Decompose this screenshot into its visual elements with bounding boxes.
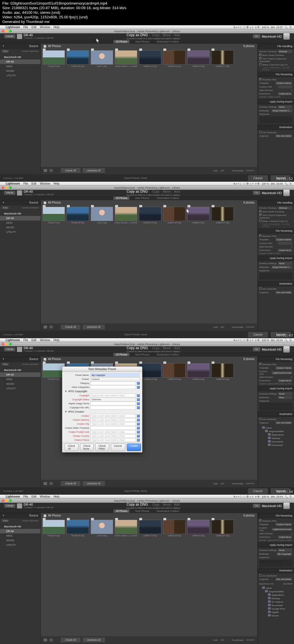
source-dr40[interactable]: DR-40: [0, 529, 40, 533]
thumbnail[interactable]: [91, 520, 113, 534]
tree-item[interactable]: Users: [259, 586, 293, 590]
grid-view-icon[interactable]: [44, 169, 47, 172]
thumbnail[interactable]: [163, 50, 185, 65]
copy-as-dng[interactable]: Copy as DNG: [127, 33, 148, 37]
thumbnail[interactable]: [42, 363, 65, 378]
mac-menubar[interactable]: Lightroom File Edit Window Help ⇧ ⌘ ◉ ⬚ …: [0, 495, 294, 499]
thumb-size-slider[interactable]: [246, 170, 254, 171]
thumbnail[interactable]: [42, 50, 65, 65]
thumbnail[interactable]: [163, 363, 185, 378]
thumbnail[interactable]: [67, 520, 89, 534]
thumbnail[interactable]: [211, 207, 234, 221]
thumbnail[interactable]: [139, 50, 161, 65]
menubar-icons[interactable]: ⇧ ⌘ ◉ ⬚ ⬚ ✻ ⊙ ᯤ ◐ ❖: [233, 495, 260, 498]
thumbnail[interactable]: [187, 363, 210, 378]
thumbnail[interactable]: [42, 520, 65, 534]
thumbnail[interactable]: [211, 520, 234, 534]
source-dr40[interactable]: DR-40: [0, 372, 40, 377]
from-button[interactable]: FROM: [4, 191, 15, 195]
menu-icon[interactable]: ☰: [289, 182, 292, 185]
thumbnail[interactable]: [211, 363, 234, 378]
from-button[interactable]: FROM: [4, 34, 15, 38]
menu-icon[interactable]: ☰: [289, 495, 292, 498]
thumbnail[interactable]: [115, 50, 137, 65]
thumbnail[interactable]: [115, 207, 137, 221]
check-all-button[interactable]: Check All: [61, 168, 80, 173]
preset-name-input[interactable]: [90, 373, 140, 377]
thumbnail[interactable]: [187, 207, 210, 221]
mac-menubar[interactable]: Lightroom File Edit Window Help ⇧ ⌘ ◉ ⬚ …: [0, 338, 294, 342]
copy-as-dng[interactable]: Copy as DNG: [127, 346, 148, 350]
spotlight-icon[interactable]: 🔍: [285, 26, 288, 29]
spotlight-icon[interactable]: 🔍: [285, 182, 288, 185]
menu-icon[interactable]: ☰: [289, 339, 292, 342]
keywords-input[interactable]: [259, 403, 292, 410]
menubar-icons[interactable]: ⇧ ⌘ ◉ ⬚ ⬚ ✻ ⊙ ᯤ ◐ ❖: [233, 26, 260, 29]
to-button[interactable]: TO: [253, 504, 260, 508]
thumbnail[interactable]: [42, 207, 65, 221]
keywords-input[interactable]: [259, 116, 292, 123]
thumbnail[interactable]: [67, 207, 89, 221]
tree-item[interactable]: Movies: [259, 614, 293, 617]
app-name[interactable]: Lightroom: [6, 495, 20, 498]
app-name[interactable]: Lightroom: [6, 182, 20, 185]
thumbnail[interactable]: [91, 50, 113, 65]
tree-item[interactable]: Documents: [259, 600, 293, 604]
mac-menubar[interactable]: Lightroom File Edit Window Help ⇧ ⌘ ◉ ⬚ …: [0, 182, 294, 186]
modal-check-none[interactable]: Check None: [80, 444, 94, 451]
app-name[interactable]: Lightroom: [6, 339, 20, 342]
thumb-size-slider[interactable]: [246, 483, 254, 484]
thumbnail[interactable]: [115, 520, 137, 534]
to-button[interactable]: TO: [253, 34, 260, 38]
thumbnail[interactable]: [187, 50, 210, 65]
loupe-view-icon[interactable]: [49, 169, 53, 172]
loupe-view-icon[interactable]: [49, 639, 53, 641]
tree-item[interactable]: sergeramelli04: [259, 590, 293, 593]
grid-view-icon[interactable]: [44, 639, 47, 641]
tree-item[interactable]: Desktop: [259, 597, 293, 600]
grid-view-icon[interactable]: [44, 482, 47, 485]
app-name[interactable]: Lightroom: [6, 26, 20, 29]
mac-menubar[interactable]: Lightroom File Edit Window Help ⇧ ⌘ ◉ ⬚ …: [0, 25, 294, 29]
menu-icon[interactable]: ☰: [289, 26, 292, 29]
keywords-input[interactable]: [259, 273, 292, 280]
to-button[interactable]: TO: [253, 347, 260, 351]
copy-as-dng[interactable]: Copy as DNG: [127, 189, 148, 194]
menubar-icons[interactable]: ⇧ ⌘ ◉ ⬚ ⬚ ✻ ⊙ ᯤ ◐ ❖: [233, 182, 260, 185]
tree-item[interactable]: Google Drive: [259, 607, 293, 610]
loupe-view-icon[interactable]: [49, 482, 53, 485]
cancel-button[interactable]: Cancel: [248, 175, 268, 181]
keywords-input[interactable]: lightroom 5 course: [259, 560, 292, 566]
uncheck-all-button[interactable]: Uncheck All: [83, 325, 105, 329]
from-button[interactable]: FROM: [4, 347, 15, 351]
cancel-button[interactable]: Cancel: [248, 488, 268, 494]
thumb-size-slider[interactable]: [246, 326, 254, 328]
tree-item[interactable]: Downloads: [259, 604, 293, 607]
tree-item[interactable]: Applications: [259, 593, 293, 597]
check-all-button[interactable]: Check All: [61, 638, 80, 642]
grid-view-icon[interactable]: [44, 326, 47, 328]
source-dr40[interactable]: DR-40: [0, 59, 40, 64]
from-button[interactable]: FROM: [4, 504, 15, 508]
check-all-button[interactable]: Check All: [61, 481, 80, 486]
thumbnail[interactable]: [163, 520, 185, 534]
uncheck-all-button[interactable]: Uncheck All: [83, 638, 105, 642]
modal-check-all[interactable]: Check All: [65, 444, 78, 451]
menubar-icons[interactable]: ⇧ ⌘ ◉ ⬚ ⬚ ✻ ⊙ ᯤ ◐ ❖: [233, 339, 260, 342]
spotlight-icon[interactable]: 🔍: [285, 495, 288, 498]
tree-item[interactable]: Highlift: [259, 610, 293, 614]
thumbnail[interactable]: [139, 520, 161, 534]
modal-cancel[interactable]: Cancel: [111, 444, 125, 451]
modal-check-filled[interactable]: Check Filled: [95, 444, 109, 451]
thumbnail[interactable]: [187, 520, 210, 534]
copy-as-dng[interactable]: Copy as DNG: [127, 502, 148, 506]
check-all-button[interactable]: Check All: [61, 325, 80, 329]
thumbnail[interactable]: [211, 50, 234, 65]
thumb-size-slider[interactable]: [246, 639, 254, 641]
uncheck-all-button[interactable]: Uncheck All: [83, 168, 105, 173]
uncheck-all-button[interactable]: Uncheck All: [83, 481, 105, 486]
modal-create[interactable]: Create: [127, 444, 141, 451]
loupe-view-icon[interactable]: [49, 326, 53, 328]
thumbnail[interactable]: [91, 207, 113, 221]
cancel-button[interactable]: Cancel: [248, 332, 268, 337]
